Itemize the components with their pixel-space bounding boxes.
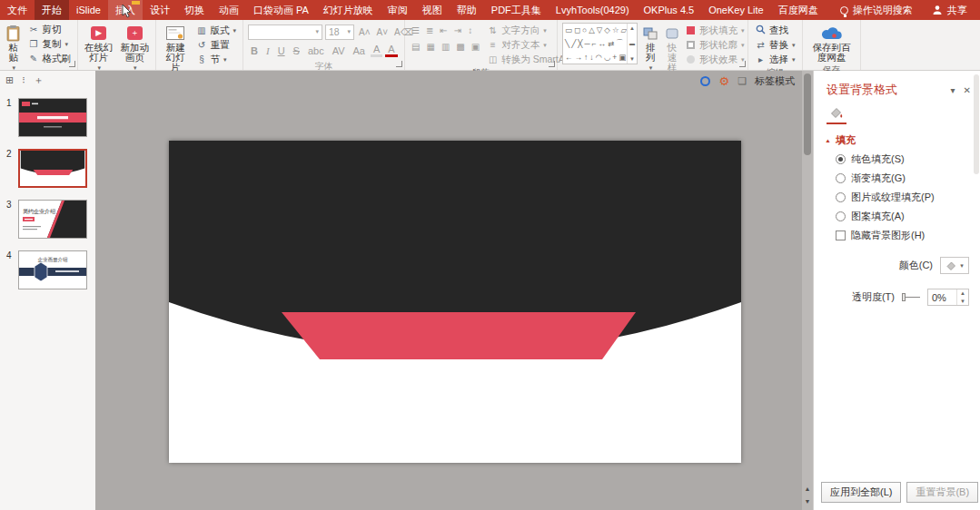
arrange-button[interactable]: 排列▾: [641, 23, 659, 74]
shape-icon[interactable]: ◇: [604, 25, 610, 34]
tag-mode-label[interactable]: 标签模式: [755, 74, 795, 88]
spin-down-icon[interactable]: ▼: [957, 298, 968, 306]
fill-option-1[interactable]: 渐变填充(G): [836, 172, 980, 185]
find-button[interactable]: 查找: [753, 24, 797, 37]
shape-icon[interactable]: ↔: [598, 39, 606, 48]
share-button[interactable]: 共享: [919, 0, 980, 20]
numbered-list-icon[interactable]: ≣: [424, 25, 435, 35]
ribbon-tab-8[interactable]: 幻灯片放映: [316, 0, 381, 20]
apply-to-all-button[interactable]: 应用到全部(L): [821, 482, 901, 503]
gear-icon[interactable]: ⚙: [718, 75, 729, 87]
shape-icon[interactable]: ⌒: [616, 38, 624, 49]
editing-canvas[interactable]: ⚙ ❏ 标签模式 ▲ ▼: [95, 71, 813, 510]
select-button[interactable]: ▸选择▾: [753, 53, 797, 66]
shape-icon[interactable]: ╳: [578, 39, 582, 48]
red-trapezoid-shape[interactable]: [282, 312, 636, 359]
align-left-icon[interactable]: ▤: [410, 42, 421, 52]
dialog-launcher-icon[interactable]: [69, 61, 75, 67]
ribbon-tab-5[interactable]: 切换: [177, 0, 212, 20]
character-spacing-icon[interactable]: AV: [330, 45, 348, 56]
shape-icon[interactable]: ⇄: [608, 39, 614, 48]
plugin-blue-icon[interactable]: [700, 76, 710, 86]
slide-thumbnail-4[interactable]: 4 企业画册介绍: [18, 250, 87, 289]
fill-category-tab[interactable]: [827, 105, 846, 124]
ribbon-tab-2[interactable]: iSlide: [69, 0, 108, 20]
ribbon-tab-14[interactable]: OKPlus 4.5: [637, 0, 702, 20]
bullet-list-icon[interactable]: ☰: [410, 25, 421, 35]
shape-icon[interactable]: ↓: [589, 53, 593, 62]
fill-option-0[interactable]: 纯色填充(S): [836, 152, 980, 166]
shape-icon[interactable]: ◠: [596, 53, 602, 62]
ribbon-tab-6[interactable]: 动画: [212, 0, 246, 20]
dialog-launcher-icon[interactable]: [739, 61, 746, 67]
font-size-select[interactable]: 18▾: [325, 25, 354, 40]
bold-icon[interactable]: B: [248, 45, 261, 56]
ribbon-tab-4[interactable]: 设计: [143, 0, 177, 20]
transparency-value[interactable]: 0%: [928, 289, 956, 305]
fill-option-3[interactable]: 图案填充(A): [836, 210, 980, 223]
shape-outline-button[interactable]: 形状轮廓▾: [685, 38, 747, 52]
ribbon-tab-0[interactable]: 文件: [0, 0, 35, 20]
ribbon-tab-16[interactable]: 百度网盘: [771, 0, 826, 20]
dialog-launcher-icon[interactable]: [549, 61, 555, 67]
increase-indent-icon[interactable]: ⇥: [452, 25, 463, 35]
color-dropdown-button[interactable]: ▾: [940, 257, 969, 274]
shape-icon[interactable]: ╱: [571, 39, 576, 48]
align-center-icon[interactable]: ▦: [424, 42, 436, 52]
shape-icon[interactable]: ╲: [565, 39, 569, 48]
line-spacing-icon[interactable]: ↕: [466, 25, 474, 35]
align-right-icon[interactable]: ▥: [440, 42, 451, 52]
spin-up-icon[interactable]: ▲: [957, 289, 968, 298]
shape-icon[interactable]: ▭: [565, 25, 572, 34]
shape-icon[interactable]: →: [575, 53, 583, 62]
canvas-scrollbar[interactable]: ▲ ▼: [802, 71, 813, 510]
more-options-icon[interactable]: ⁝: [22, 74, 25, 86]
slide-thumbnail-1[interactable]: 1: [18, 98, 87, 137]
checkbox-unselected-icon[interactable]: [836, 230, 846, 240]
font-name-select[interactable]: ▾: [248, 25, 322, 40]
change-case-icon[interactable]: Aa: [351, 45, 368, 56]
ribbon-tab-10[interactable]: 视图: [415, 0, 450, 20]
shape-icon[interactable]: ⌐: [591, 39, 596, 48]
save-to-baidu-button[interactable]: 保存到百度网盘: [809, 23, 855, 64]
shape-fill-button[interactable]: 形状填充▾: [685, 24, 747, 37]
slide-editing-surface[interactable]: [169, 141, 741, 463]
pane-scrollbar[interactable]: [974, 74, 979, 174]
shape-icon[interactable]: ←: [565, 53, 573, 62]
layout-button[interactable]: ▥版式▾: [193, 24, 238, 37]
decrease-indent-icon[interactable]: ⇤: [438, 25, 449, 35]
shape-icon[interactable]: ◡: [604, 53, 610, 62]
format-painter-button[interactable]: ✎格式刷: [26, 52, 74, 65]
shape-icon[interactable]: +: [612, 53, 617, 62]
strikethrough-icon[interactable]: S: [291, 45, 302, 56]
fill-option-2[interactable]: 图片或纹理填充(P): [836, 191, 980, 204]
radio-unselected-icon[interactable]: [836, 211, 846, 221]
ribbon-tab-1[interactable]: 开始: [35, 0, 69, 20]
fill-option-4[interactable]: 隐藏背景图形(H): [836, 229, 980, 242]
increase-font-size-icon[interactable]: A˄: [357, 27, 372, 37]
ribbon-tab-11[interactable]: 帮助: [450, 0, 484, 20]
highlight-color-icon[interactable]: A: [371, 44, 382, 57]
radio-unselected-icon[interactable]: [836, 173, 846, 183]
pane-options-chevron-icon[interactable]: ▾: [951, 85, 955, 95]
ribbon-tab-15[interactable]: OneKey Lite: [701, 0, 771, 20]
slide-thumbnail-3[interactable]: 3 简约企业介绍: [18, 200, 87, 239]
font-color-icon[interactable]: A: [385, 44, 397, 57]
next-slide-button[interactable]: ▼: [805, 498, 811, 505]
shape-icon[interactable]: ○: [582, 25, 587, 34]
dialog-launcher-icon[interactable]: [396, 61, 402, 67]
radio-selected-icon[interactable]: [836, 154, 846, 164]
slider-knob[interactable]: [902, 293, 906, 301]
radio-unselected-icon[interactable]: [836, 192, 846, 202]
transparency-spinbox[interactable]: 0% ▲▼: [927, 289, 969, 306]
slide-thumbnail-2-selected[interactable]: 2: [18, 149, 87, 188]
decrease-font-size-icon[interactable]: A˅: [375, 27, 391, 37]
online-slides-button[interactable]: ▶ 在线幻灯片▾: [83, 23, 115, 74]
shape-icon[interactable]: ◻: [574, 25, 580, 34]
text-shadow-icon[interactable]: abc: [305, 45, 327, 56]
grid-view-icon[interactable]: ⊞: [5, 74, 14, 86]
scrollbar-thumb[interactable]: [804, 74, 811, 155]
shape-icon[interactable]: ▣: [619, 53, 626, 62]
ribbon-tab-13[interactable]: LvyhTools(0429): [549, 0, 637, 20]
new-anim-page-button[interactable]: ＋ 新加动画页▾: [119, 23, 152, 74]
